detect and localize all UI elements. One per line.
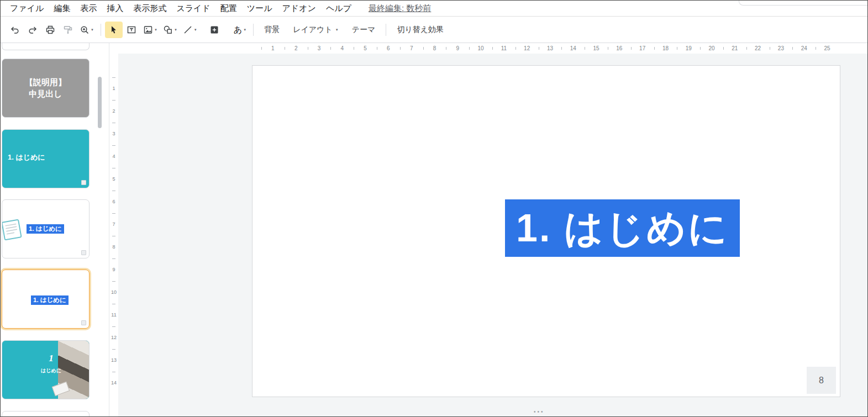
ruler-mark: 15 (585, 43, 608, 54)
select-tool-button[interactable] (105, 22, 123, 38)
page-number-placeholder (81, 250, 86, 255)
ruler-mark: 22 (746, 43, 770, 54)
menus: ファイル 編集 表示 挿入 表示形式 スライド 配置 ツール アドオン ヘルプ (5, 2, 356, 15)
photo-slide-text: 1 はじめに (35, 353, 67, 374)
filmstrip-resize-handle[interactable]: ••• (534, 409, 545, 415)
ruler-mark: 12 (515, 43, 539, 54)
insert-image-button[interactable]: ▼ (140, 22, 160, 38)
toolbar: ▼ ▼ ▼ ▼ あ ▼ 背景 レ (1, 17, 867, 43)
ruler-mark: 24 (792, 43, 816, 54)
page-number-placeholder (81, 320, 86, 325)
ruler-mark: 9 (446, 43, 469, 54)
redo-button[interactable] (24, 22, 41, 38)
undo-button[interactable] (6, 22, 24, 38)
selected-slide-title-text[interactable]: 1. はじめに (505, 199, 740, 257)
image-icon (143, 25, 153, 35)
menu-tools[interactable]: ツール (242, 2, 277, 15)
ruler-mark: 25 (816, 43, 839, 54)
ruler-mark: 1 (261, 43, 285, 54)
slide-thumbnail-partial[interactable] (2, 411, 90, 416)
print-icon (45, 25, 55, 35)
toolbar-divider (101, 24, 101, 36)
zoom-button[interactable]: ▼ (77, 22, 97, 38)
ruler-mark: 6 (377, 43, 400, 54)
transition-button-label: 切り替え効果 (397, 25, 444, 35)
paint-format-button[interactable] (59, 22, 77, 38)
menu-slide[interactable]: スライド (171, 2, 215, 15)
ruler-mark: 12 (109, 326, 118, 349)
page-number-placeholder[interactable]: 8 (807, 367, 836, 394)
editor-canvas[interactable]: 1. はじめに 8 ••• (118, 54, 867, 416)
line-icon (183, 25, 193, 35)
slides-app-window: ファイル 編集 表示 挿入 表示形式 スライド 配置 ツール アドオン ヘルプ … (0, 0, 868, 417)
shape-tool-button[interactable]: ▼ (160, 22, 180, 38)
partial-searchbox-edge (739, 1, 867, 6)
thumb-title: はじめに (35, 367, 67, 374)
ruler-mark: 11 (492, 43, 515, 54)
ruler-mark: 13 (539, 43, 562, 54)
select-cursor-icon (109, 25, 119, 35)
current-slide[interactable]: 1. はじめに 8 (252, 65, 840, 397)
ruler-mark: 16 (608, 43, 631, 54)
ruler-mark: 10 (469, 43, 492, 54)
menu-bar: ファイル 編集 表示 挿入 表示形式 スライド 配置 ツール アドオン ヘルプ … (1, 1, 867, 17)
ruler-mark: 4 (330, 43, 354, 54)
ruler-mark: 13 (109, 349, 118, 372)
menu-file[interactable]: ファイル (5, 2, 49, 15)
transition-button[interactable]: 切り替え効果 (390, 22, 450, 38)
menu-insert[interactable]: 挿入 (102, 2, 128, 15)
background-button-label: 背景 (264, 25, 280, 35)
paint-format-icon (63, 25, 73, 35)
ruler-mark: 2 (285, 43, 308, 54)
dropdown-caret-icon: ▼ (174, 28, 177, 31)
dropdown-caret-icon: ▼ (154, 28, 157, 31)
ruler-mark: 8 (423, 43, 446, 54)
filmstrip-scrollbar[interactable] (98, 77, 102, 128)
slide-thumbnail-current[interactable]: 1. はじめに (2, 270, 90, 329)
text-style-button[interactable]: あ ▼ (231, 22, 249, 38)
page-number-placeholder (81, 180, 86, 185)
menu-view[interactable]: 表示 (75, 2, 102, 15)
thumb-title-line2: 中見出し (29, 88, 62, 99)
slide-thumbnail-photo[interactable]: 1 はじめに (2, 340, 90, 399)
menu-arrange[interactable]: 配置 (215, 2, 242, 15)
ruler-mark: 5 (354, 43, 377, 54)
slide-thumbnail-teal-title[interactable]: 1. はじめに (2, 129, 90, 188)
thumb-title: 1. はじめに (8, 152, 45, 162)
toolbar-divider (253, 24, 254, 36)
menu-addons[interactable]: アドオン (277, 2, 321, 15)
ruler-mark: 2 (109, 100, 118, 123)
dropdown-caret-icon: ▼ (91, 28, 94, 31)
thumb-highlighted-title: 1. はじめに (31, 295, 69, 305)
last-edit-status[interactable]: 最終編集: 数秒前 (369, 3, 431, 14)
menu-format[interactable]: 表示形式 (128, 2, 171, 15)
slide-thumbnail-content-1[interactable]: 1. はじめに (2, 199, 90, 258)
toolbar-divider (386, 24, 386, 36)
undo-icon (10, 25, 20, 35)
ruler-mark: 4 (109, 145, 118, 168)
line-tool-button[interactable]: ▼ (180, 22, 200, 38)
insert-placeholder-button[interactable] (206, 22, 223, 38)
ruler-mark: 14 (109, 372, 118, 394)
textbox-tool-button[interactable] (123, 22, 140, 38)
print-button[interactable] (41, 22, 59, 38)
ruler-mark: 3 (109, 123, 118, 145)
ruler-mark: 20 (700, 43, 723, 54)
menu-edit[interactable]: 編集 (49, 2, 75, 15)
vertical-ruler: 1234567891011121314 (109, 54, 118, 416)
layout-button[interactable]: レイアウト ▼ (286, 22, 345, 38)
redo-icon (28, 25, 38, 35)
dropdown-caret-icon: ▼ (243, 28, 246, 31)
slide-thumbnail-section-header[interactable]: 【説明用】 中見出し (2, 59, 90, 118)
textbox-icon (127, 25, 136, 35)
ruler-mark: 3 (308, 43, 331, 54)
thumb-big-number: 1 (35, 353, 67, 364)
ruler-mark: 21 (723, 43, 746, 54)
slide-thumbnail-partial[interactable] (2, 43, 90, 50)
theme-button[interactable]: テーマ (345, 22, 382, 38)
theme-button-label: テーマ (352, 25, 376, 35)
background-button[interactable]: 背景 (257, 22, 286, 38)
menu-help[interactable]: ヘルプ (321, 2, 356, 15)
ruler-mark: 11 (109, 304, 118, 326)
horizontal-ruler: 1234567891011121314151617181920212223242… (109, 43, 867, 54)
